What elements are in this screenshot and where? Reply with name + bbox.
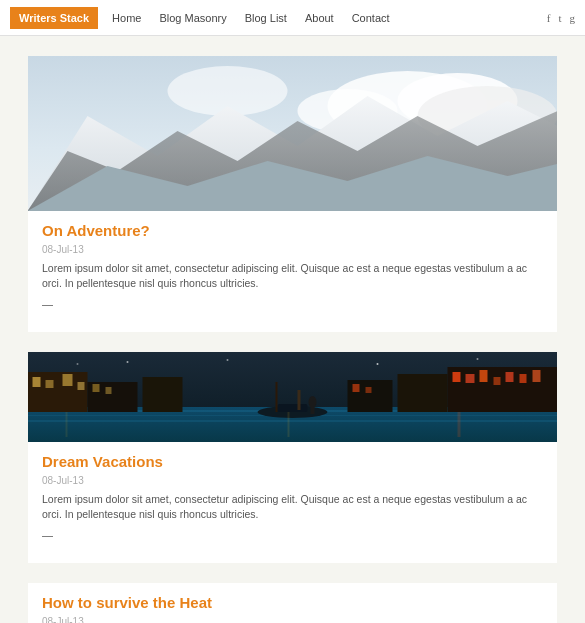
post-more-adventure[interactable]: — bbox=[42, 298, 543, 310]
post-title-vacation[interactable]: Dream Vacations bbox=[42, 452, 543, 472]
instagram-icon[interactable]: g bbox=[570, 12, 576, 24]
post-title-heat[interactable]: How to survive the Heat bbox=[42, 593, 543, 613]
svg-rect-31 bbox=[311, 406, 315, 414]
svg-rect-48 bbox=[66, 412, 68, 437]
svg-rect-22 bbox=[480, 370, 488, 382]
svg-rect-35 bbox=[93, 384, 100, 392]
svg-rect-20 bbox=[453, 372, 461, 382]
post-more-vacation[interactable]: — bbox=[42, 529, 543, 541]
svg-rect-15 bbox=[33, 377, 41, 387]
svg-rect-24 bbox=[506, 372, 514, 382]
post-excerpt-vacation: Lorem ipsum dolor sit amet, consectetur … bbox=[42, 492, 543, 524]
navigation: Home Blog Masonry Blog List About Contac… bbox=[112, 12, 547, 24]
svg-rect-16 bbox=[46, 380, 54, 388]
svg-rect-40 bbox=[366, 387, 372, 393]
svg-rect-17 bbox=[63, 374, 73, 386]
logo[interactable]: Writers Stack bbox=[10, 7, 98, 29]
post-card-adventure: On Adventure? 08-Jul-13 Lorem ipsum dolo… bbox=[28, 56, 557, 332]
svg-point-41 bbox=[127, 361, 129, 363]
post-card-heat: How to survive the Heat 08-Jul-13 Lorem … bbox=[28, 583, 557, 623]
header: Writers Stack Home Blog Masonry Blog Lis… bbox=[0, 0, 585, 36]
svg-point-43 bbox=[377, 363, 379, 365]
svg-rect-38 bbox=[398, 374, 448, 412]
post-image-mountain bbox=[28, 56, 557, 211]
facebook-icon[interactable]: f bbox=[547, 12, 551, 24]
post-card-vacation: Dream Vacations 08-Jul-13 Lorem ipsum do… bbox=[28, 352, 557, 563]
main-content: On Adventure? 08-Jul-13 Lorem ipsum dolo… bbox=[0, 56, 585, 623]
svg-point-44 bbox=[477, 358, 479, 360]
twitter-icon[interactable]: t bbox=[558, 12, 561, 24]
svg-rect-21 bbox=[466, 374, 475, 383]
post-date-heat: 08-Jul-13 bbox=[42, 616, 543, 624]
venice-svg bbox=[28, 352, 557, 442]
svg-rect-36 bbox=[106, 387, 112, 394]
nav-about[interactable]: About bbox=[305, 12, 334, 24]
svg-rect-39 bbox=[353, 384, 360, 392]
svg-rect-26 bbox=[533, 370, 541, 382]
svg-point-45 bbox=[77, 363, 79, 365]
social-icons: f t g bbox=[547, 12, 575, 24]
post-date-vacation: 08-Jul-13 bbox=[42, 475, 543, 486]
nav-contact[interactable]: Contact bbox=[352, 12, 390, 24]
post-date-adventure: 08-Jul-13 bbox=[42, 244, 543, 255]
nav-blog-masonry[interactable]: Blog Masonry bbox=[159, 12, 226, 24]
nav-home[interactable]: Home bbox=[112, 12, 141, 24]
svg-rect-18 bbox=[78, 382, 85, 390]
svg-rect-29 bbox=[298, 390, 301, 410]
svg-rect-23 bbox=[494, 377, 501, 385]
svg-point-42 bbox=[227, 359, 229, 361]
mountain-svg bbox=[28, 56, 557, 211]
svg-rect-19 bbox=[448, 367, 558, 412]
svg-rect-46 bbox=[288, 412, 290, 437]
svg-rect-28 bbox=[278, 404, 308, 412]
post-body-vacation: Dream Vacations 08-Jul-13 Lorem ipsum do… bbox=[28, 442, 557, 547]
post-body-heat: How to survive the Heat 08-Jul-13 Lorem … bbox=[28, 583, 557, 623]
svg-rect-25 bbox=[520, 374, 527, 383]
post-title-adventure[interactable]: On Adventure? bbox=[42, 221, 543, 241]
nav-blog-list[interactable]: Blog List bbox=[245, 12, 287, 24]
svg-rect-47 bbox=[458, 412, 461, 437]
svg-rect-34 bbox=[143, 377, 183, 412]
svg-rect-32 bbox=[276, 382, 278, 412]
post-body-adventure: On Adventure? 08-Jul-13 Lorem ipsum dolo… bbox=[28, 211, 557, 316]
post-excerpt-adventure: Lorem ipsum dolor sit amet, consectetur … bbox=[42, 261, 543, 293]
svg-rect-13 bbox=[28, 420, 557, 422]
post-image-venice bbox=[28, 352, 557, 442]
